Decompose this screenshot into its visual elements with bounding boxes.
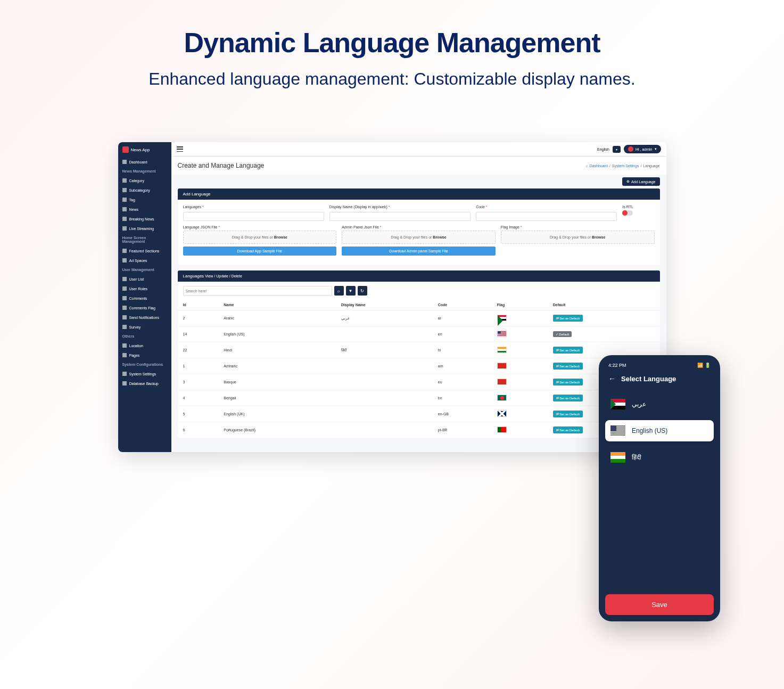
nav-icon: [122, 178, 127, 183]
nav-icon: [122, 286, 127, 291]
table-row: 14English (US)en✓ Default: [178, 326, 660, 342]
sidebar-item[interactable]: Pages: [118, 350, 171, 360]
sidebar-section: System Configurations: [118, 360, 171, 369]
flag-icon: [497, 347, 507, 353]
lang-switcher[interactable]: ▾: [613, 146, 621, 153]
home-icon: ⌂: [585, 164, 588, 168]
flag-dropzone[interactable]: Drag & Drop your files or Browse: [501, 231, 655, 244]
sidebar-item[interactable]: Send Notifications: [118, 313, 171, 322]
flag-icon: [610, 452, 625, 463]
th-display[interactable]: Display Name: [336, 300, 433, 310]
admin-json-dropzone[interactable]: Drag & Drop your files or Browse: [342, 231, 496, 244]
languages-label: Languages *: [183, 205, 324, 209]
sidebar-item[interactable]: Tag: [118, 195, 171, 204]
sidebar-item[interactable]: Comments Flag: [118, 303, 171, 313]
sidebar-item[interactable]: Breaking News: [118, 214, 171, 224]
flag-icon: [497, 411, 507, 417]
sidebar-item-dashboard[interactable]: Dashboard: [118, 157, 171, 167]
sidebar-item[interactable]: Ad Spaces: [118, 256, 171, 265]
sidebar-label: Ad Spaces: [129, 259, 147, 263]
flag-icon: [497, 395, 507, 401]
nav-icon: [122, 353, 127, 357]
sidebar-label: Comments: [129, 297, 147, 300]
sidebar-item[interactable]: Database Backup: [118, 379, 171, 388]
filter-button[interactable]: ▼: [346, 286, 356, 296]
sidebar-item[interactable]: System Settings: [118, 369, 171, 379]
language-label: हिंदी: [632, 454, 641, 461]
code-input[interactable]: [476, 212, 617, 221]
th-flag[interactable]: Flag: [492, 300, 548, 310]
hero-title: Dynamic Language Management: [11, 27, 773, 59]
nav-icon: [122, 198, 127, 202]
app-logo[interactable]: News App: [118, 142, 171, 157]
set-default-button[interactable]: ⇄ Set as Default: [553, 395, 583, 401]
sidebar-item[interactable]: User Roles: [118, 284, 171, 293]
display-name-label: Display Name (Display in app/web) *: [329, 205, 471, 209]
flag-icon: [497, 426, 507, 433]
sidebar-item[interactable]: Comments: [118, 293, 171, 303]
flag-icon: [497, 363, 507, 369]
logo-icon: [122, 146, 129, 153]
sidebar-item[interactable]: User List: [118, 274, 171, 284]
sidebar-item[interactable]: News: [118, 204, 171, 214]
save-button[interactable]: Save: [605, 594, 714, 615]
json-dropzone[interactable]: Drag & Drop your files or Browse: [183, 231, 337, 244]
breadcrumb: ⌂ Dashboard / System Settings / Language: [585, 164, 659, 168]
languages-table-card: Languages View / Update / Delete ⌕ ▼ ↻ I…: [178, 270, 660, 438]
main-content: English ▾ Hi , admin ▾ Create and Manage…: [171, 142, 666, 452]
set-default-button[interactable]: ⇄ Set as Default: [553, 411, 583, 417]
sidebar-label: User List: [129, 277, 144, 281]
bc-dashboard[interactable]: Dashboard: [590, 164, 608, 168]
app-name: News App: [131, 147, 150, 152]
set-default-button[interactable]: ⇄ Set as Default: [553, 426, 583, 433]
sidebar-section: Home Screen Management: [118, 233, 171, 246]
set-default-button[interactable]: ⇄ Set as Default: [553, 363, 583, 370]
languages-input[interactable]: [183, 212, 324, 221]
th-name[interactable]: Name: [218, 300, 336, 310]
table-row: 22Hindiहिंदीhi⇄ Set as Default: [178, 342, 660, 358]
sidebar-label: System Settings: [129, 372, 156, 376]
search-input[interactable]: [183, 286, 332, 296]
sidebar-label: Subcategory: [129, 188, 150, 192]
nav-icon: [122, 249, 127, 253]
th-code[interactable]: Code: [433, 300, 492, 310]
refresh-button[interactable]: ↻: [358, 286, 367, 296]
set-default-button[interactable]: ⇄ Set as Default: [553, 347, 583, 354]
download-admin-sample-button[interactable]: Download Admin panel Sample File: [342, 247, 496, 256]
set-default-button[interactable]: ⇄ Set as Default: [553, 379, 583, 385]
download-app-sample-button[interactable]: Download App Sample File: [183, 247, 337, 256]
page-header: Create and Manage Language ⌂ Dashboard /…: [171, 157, 666, 175]
sidebar-item[interactable]: Survey: [118, 322, 171, 332]
sidebar-item[interactable]: Featured Sections: [118, 246, 171, 256]
display-name-input[interactable]: [329, 212, 471, 221]
rtl-label: Is RTL: [622, 205, 654, 209]
back-icon[interactable]: ←: [608, 374, 616, 383]
nav-icon: [122, 226, 127, 231]
th-default[interactable]: Default: [548, 300, 660, 310]
user-menu[interactable]: Hi , admin ▾: [624, 145, 661, 153]
nav-icon: [122, 296, 127, 300]
sidebar-label: Tag: [129, 198, 135, 202]
rtl-toggle[interactable]: [622, 210, 633, 216]
sidebar-item[interactable]: Location: [118, 341, 171, 350]
topbar-lang[interactable]: English: [597, 147, 609, 151]
th-id[interactable]: Id: [178, 300, 219, 310]
sidebar-item[interactable]: Subcategory: [118, 185, 171, 195]
language-option[interactable]: English (US): [605, 420, 714, 441]
add-language-button[interactable]: ⊕ Add Language: [622, 177, 660, 186]
menu-toggle-icon[interactable]: [177, 146, 183, 152]
sidebar-label: Pages: [129, 354, 140, 357]
sidebar-item[interactable]: Category: [118, 176, 171, 185]
bc-system[interactable]: System Settings: [612, 164, 639, 168]
sidebar-label: News: [129, 208, 139, 211]
page-title: Create and Manage Language: [178, 162, 265, 169]
status-icons: 📶 🔋: [697, 363, 711, 368]
table-row: 4Bengalibn⇄ Set as Default: [178, 390, 660, 406]
table-row: 1Amharicam⇄ Set as Default: [178, 358, 660, 374]
language-option[interactable]: عربي: [605, 393, 714, 415]
sidebar-item[interactable]: Live Streaming: [118, 224, 171, 233]
set-default-button[interactable]: ⇄ Set as Default: [553, 315, 583, 322]
search-button[interactable]: ⌕: [334, 286, 344, 296]
sidebar-label: Category: [129, 179, 144, 183]
language-option[interactable]: हिंदी: [605, 447, 714, 468]
